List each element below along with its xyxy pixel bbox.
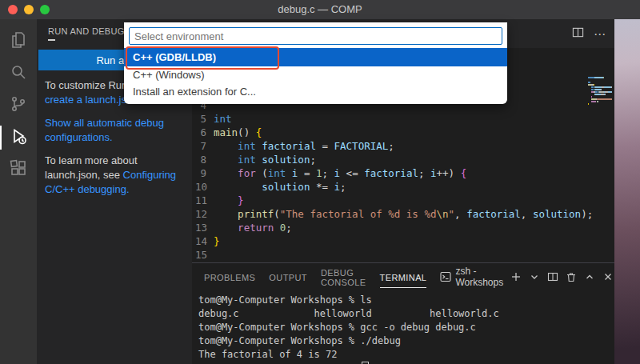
line-number: 13 — [195, 221, 206, 234]
environment-search-input[interactable] — [129, 27, 502, 45]
minimap[interactable] — [588, 72, 612, 108]
code-line[interactable]: 15 — [192, 248, 614, 262]
terminal-line: tom@My-Computer Workshops % ./debug — [198, 334, 614, 348]
configuring-debugging-link-part1[interactable]: Configuring — [123, 169, 177, 181]
option-install-extension[interactable]: Install an extension for C... — [124, 83, 507, 100]
code-line[interactable]: 12 printf("The factorial of %d is %d\n",… — [192, 207, 614, 221]
show-all-configs-link-line1[interactable]: Show all automatic debug — [45, 116, 189, 130]
configuring-debugging-link-part2[interactable]: C/C++ debugging. — [45, 182, 189, 197]
terminal-line: tom@My-Computer Workshops % gcc -o debug… — [198, 321, 614, 334]
line-number: 7 — [195, 139, 206, 153]
line-number: 14 — [195, 234, 206, 248]
code-line[interactable]: 14} — [192, 234, 614, 248]
more-actions-icon[interactable]: ⋯ — [594, 30, 606, 38]
learn-more-text-line1: To learn more about — [45, 154, 189, 168]
window-title: debug.c — COMP — [0, 3, 640, 15]
split-editor-icon[interactable] — [572, 26, 584, 42]
line-number: 12 — [195, 207, 206, 221]
activity-item-search[interactable] — [0, 58, 37, 90]
line-number: 5 — [195, 112, 206, 126]
environment-list: C++ (GDB/LLDB) C++ (Windows) Install an … — [124, 48, 507, 100]
bottom-panel: PROBLEMS OUTPUT DEBUG CONSOLE TERMINAL z… — [192, 262, 614, 364]
line-number: 9 — [195, 166, 206, 180]
files-icon — [9, 30, 28, 53]
tab-problems[interactable]: PROBLEMS — [204, 266, 255, 288]
terminal-line: tom@My-Computer Workshops % ls — [198, 294, 614, 307]
line-number: 10 — [195, 180, 206, 194]
chevron-down-icon[interactable] — [529, 271, 540, 282]
split-terminal-icon[interactable] — [547, 271, 558, 282]
new-terminal-icon[interactable] — [510, 271, 522, 282]
terminal-selector[interactable]: zsh - Workshops — [440, 266, 503, 288]
tab-debug-console[interactable]: DEBUG CONSOLE — [321, 261, 366, 293]
activity-item-extensions[interactable] — [0, 154, 37, 186]
activity-item-source-control[interactable] — [0, 90, 37, 122]
code-line[interactable]: 9 for (int i = 1; i <= factorial; i++) { — [192, 166, 614, 180]
panel-controls: zsh - Workshops — [440, 266, 620, 288]
show-all-configs-link-line2[interactable]: configurations. — [45, 130, 189, 145]
close-panel-icon[interactable] — [602, 271, 614, 282]
search-icon — [9, 62, 28, 85]
code-line[interactable]: 11 } — [192, 194, 614, 207]
terminal-selector-label: zsh - Workshops — [455, 266, 503, 288]
line-number: 11 — [195, 194, 206, 207]
code-line[interactable]: 5int — [192, 112, 614, 126]
activity-bar — [0, 19, 37, 364]
option-cpp-windows[interactable]: C++ (Windows) — [124, 66, 507, 83]
line-number: 8 — [195, 153, 206, 166]
code-line[interactable]: 7 int factorial = FACTORIAL; — [192, 139, 614, 153]
desktop-wallpaper — [614, 19, 640, 364]
code-line[interactable]: 6main() { — [192, 126, 614, 139]
activity-item-explorer[interactable] — [0, 26, 37, 58]
option-cpp-gdb-lldb[interactable]: C++ (GDB/LLDB) — [124, 48, 507, 66]
maximize-panel-icon[interactable] — [584, 271, 595, 282]
code-line[interactable]: 8 int solution; — [192, 153, 614, 166]
line-number: 6 — [195, 126, 206, 139]
sidebar-dash — [48, 39, 55, 41]
source-control-icon — [9, 94, 28, 117]
tab-output[interactable]: OUTPUT — [269, 266, 307, 288]
terminal-line: The factorial of 4 is 72 — [198, 348, 614, 362]
learn-more-text-line2: launch.json, see — [45, 169, 123, 181]
tab-terminal[interactable]: TERMINAL — [380, 266, 427, 288]
run-debug-icon — [9, 126, 28, 149]
extensions-icon — [9, 158, 28, 181]
line-number: 15 — [195, 248, 206, 262]
code-line[interactable]: 10 solution *= i; — [192, 180, 614, 194]
terminal-icon — [440, 271, 451, 282]
terminal-output[interactable]: tom@My-Computer Workshops % lsdebug.c he… — [192, 290, 614, 364]
activity-item-run-and-debug[interactable] — [0, 122, 37, 154]
panel-tab-bar: PROBLEMS OUTPUT DEBUG CONSOLE TERMINAL z… — [192, 263, 614, 290]
terminal-line: debug.c helloworld helloworld.c — [198, 307, 614, 321]
code-line[interactable]: 13 return 0; — [192, 221, 614, 234]
select-environment-quickpick: C++ (GDB/LLDB) C++ (Windows) Install an … — [124, 22, 507, 104]
title-bar: debug.c — COMP — [0, 0, 640, 19]
kill-terminal-trash-icon[interactable] — [566, 271, 577, 282]
